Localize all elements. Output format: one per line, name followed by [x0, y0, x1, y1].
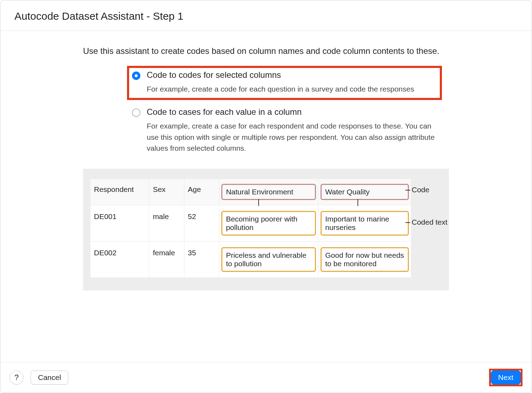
radio-code-to-cases[interactable] — [132, 108, 140, 117]
help-button[interactable]: ? — [10, 370, 24, 385]
header-water-quality: Water Quality — [318, 179, 411, 205]
cancel-button[interactable]: Cancel — [31, 370, 68, 385]
dialog-footer: ? Cancel Next — [0, 362, 532, 393]
options-group: Code to codes for selected columns For e… — [127, 66, 442, 160]
dialog-window: Autocode Dataset Assistant - Step 1 Use … — [0, 0, 532, 393]
option-text: Code to codes for selected columns For e… — [147, 70, 437, 95]
option-label: Code to codes for selected columns — [147, 70, 437, 80]
cell-respondent: DE002 — [90, 241, 149, 277]
header-respondent: Respondent — [90, 179, 149, 205]
annotation-coded-text-text: Coded text — [412, 218, 448, 226]
header-sex: Sex — [149, 179, 184, 205]
header-natural-environment: Natural Environment — [219, 179, 318, 205]
option-desc: For example, create a code for each ques… — [147, 83, 437, 95]
option-code-to-cases[interactable]: Code to cases for each value in a column… — [127, 103, 442, 160]
annotation-coded-text: Coded text — [405, 218, 448, 226]
table-row: DE002 female 35 Priceless and vulnerable… — [90, 241, 411, 277]
cell-env: Becoming poorer with pollution — [219, 205, 318, 241]
example-area: Respondent Sex Age Natural Environment W… — [83, 169, 449, 291]
option-code-to-codes[interactable]: Code to codes for selected columns For e… — [127, 66, 442, 100]
dialog-title: Autocode Dataset Assistant - Step 1 — [14, 10, 518, 22]
dialog-header: Autocode Dataset Assistant - Step 1 — [0, 0, 532, 31]
connector-line — [357, 199, 358, 206]
next-button[interactable]: Next — [491, 370, 521, 385]
cell-wq: Good for now but needs to be monitored — [318, 241, 411, 277]
coded-text-box: Good for now but needs to be monitored — [321, 247, 409, 272]
coded-text-box: Priceless and vulnerable to pollution — [221, 247, 316, 272]
radio-code-to-codes[interactable] — [132, 71, 140, 80]
cell-wq: Important to marine nurseries — [318, 205, 411, 241]
coded-text-box: Becoming poorer with pollution — [221, 211, 316, 236]
cell-age: 52 — [184, 205, 219, 241]
connector-line — [258, 199, 259, 206]
cell-age: 35 — [184, 241, 219, 277]
cell-env: Priceless and vulnerable to pollution — [219, 241, 318, 277]
code-box: Water Quality — [321, 184, 409, 200]
option-text: Code to cases for each value in a column… — [147, 107, 437, 154]
code-box: Natural Environment — [221, 184, 316, 200]
cell-sex: male — [149, 205, 184, 241]
annotation-code-text: Code — [412, 186, 429, 194]
annotation-line — [405, 190, 410, 191]
dialog-content: Use this assistant to create codes based… — [0, 31, 532, 362]
table-header-row: Respondent Sex Age Natural Environment W… — [90, 179, 411, 205]
intro-text: Use this assistant to create codes based… — [83, 45, 449, 57]
header-age: Age — [184, 179, 219, 205]
example-table: Respondent Sex Age Natural Environment W… — [90, 179, 411, 278]
table-row: DE001 male 52 Becoming poorer with pollu… — [90, 205, 411, 241]
annotation-line — [405, 222, 410, 223]
annotation-code: Code — [405, 186, 429, 194]
content-inner: Use this assistant to create codes based… — [83, 45, 449, 362]
next-highlight: Next — [489, 369, 522, 386]
option-label: Code to cases for each value in a column — [147, 107, 437, 117]
cell-respondent: DE001 — [90, 205, 149, 241]
option-desc: For example, create a case for each resp… — [147, 120, 437, 154]
cell-sex: female — [149, 241, 184, 277]
coded-text-box: Important to marine nurseries — [321, 211, 409, 236]
